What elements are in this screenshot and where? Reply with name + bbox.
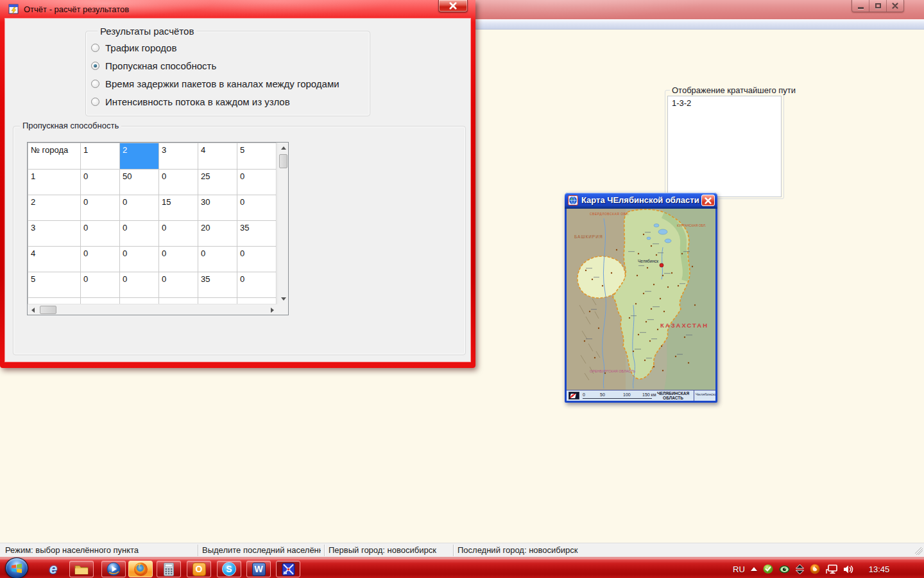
grid-cell[interactable]: 0 bbox=[81, 170, 120, 195]
network-display-tray-icon[interactable] bbox=[826, 565, 837, 574]
taskbar-map-application[interactable] bbox=[276, 561, 300, 577]
radio-icon bbox=[91, 80, 99, 88]
radio-capacity[interactable]: Пропускная способность bbox=[91, 59, 216, 72]
word-icon: W bbox=[254, 564, 262, 574]
taskbar-clock[interactable]: 13:45 bbox=[869, 565, 890, 574]
table-row: 2 0 0 15 30 0 bbox=[28, 195, 277, 221]
scroll-right-button[interactable] bbox=[267, 304, 278, 315]
grid-cell[interactable]: 0 bbox=[159, 170, 198, 195]
grid-cell[interactable]: 35 bbox=[237, 221, 277, 247]
grid-cell[interactable]: 0 bbox=[120, 195, 159, 221]
taskbar-outlook[interactable]: O bbox=[187, 561, 211, 577]
table-row: 5 0 0 0 35 0 bbox=[28, 272, 277, 298]
grid-cell[interactable]: 0 bbox=[237, 272, 277, 298]
vscroll-thumb[interactable] bbox=[279, 154, 287, 168]
radio-intensity[interactable]: Интенсивность потока в каждом из узлов bbox=[91, 95, 290, 108]
taskbar: e bbox=[0, 559, 924, 578]
close-button[interactable] bbox=[887, 0, 903, 12]
scale-tick: 100 bbox=[623, 392, 631, 397]
vertical-scrollbar[interactable] bbox=[277, 143, 288, 304]
grid-cell[interactable]: 2 bbox=[28, 195, 81, 221]
restore-icon bbox=[875, 3, 881, 8]
grid-header-cell[interactable]: 5 bbox=[237, 143, 277, 170]
grid-cell[interactable]: 1 bbox=[28, 170, 81, 195]
scroll-left-button[interactable] bbox=[28, 304, 38, 315]
shortest-path-listbox[interactable]: 1-3-2 bbox=[667, 96, 782, 197]
outlook-icon: O bbox=[196, 564, 203, 574]
volume-tray-icon[interactable] bbox=[843, 565, 854, 574]
grid-header-cell[interactable]: 1 bbox=[81, 143, 120, 170]
grid-cell[interactable]: 0 bbox=[237, 195, 277, 221]
scale-tick: 0 bbox=[583, 392, 585, 397]
hidden-icons-arrow-icon[interactable] bbox=[751, 567, 757, 571]
language-indicator[interactable]: RU bbox=[733, 565, 745, 574]
shortest-path-groupbox: Отображение кратчайшего пути 1-3-2 bbox=[665, 90, 784, 199]
grid-cell[interactable]: 15 bbox=[159, 195, 198, 221]
map-image[interactable]: Челябинск СВЕРДЛОВСКАЯ ОБЛ. КУРГАНСКАЯ О… bbox=[567, 209, 715, 390]
taskbar-calculator[interactable] bbox=[157, 561, 181, 577]
taskbar-word[interactable]: W bbox=[246, 561, 271, 577]
horizontal-scrollbar[interactable] bbox=[28, 304, 278, 315]
results-groupbox: Результаты расчётов Трафик городов Пропу… bbox=[85, 31, 370, 116]
grid-header-cell[interactable]: 4 bbox=[198, 143, 237, 170]
arrow-left-icon bbox=[31, 308, 35, 313]
antivirus-tray-icon[interactable] bbox=[763, 564, 773, 574]
map-close-button[interactable] bbox=[701, 195, 715, 206]
map-region-selector[interactable]: Челябинская область bbox=[694, 390, 715, 401]
grid-cell[interactable]: 0 bbox=[120, 272, 159, 298]
table-row-partial bbox=[28, 298, 277, 304]
map-label-kurgan: КУРГАНСКАЯ ОБЛ. bbox=[677, 223, 706, 227]
hscroll-thumb[interactable] bbox=[40, 306, 56, 314]
grid-cell[interactable]: 0 bbox=[81, 195, 120, 221]
scroll-up-button[interactable] bbox=[278, 143, 289, 153]
grid-header-cell[interactable]: 3 bbox=[159, 143, 198, 170]
taskbar-skype[interactable]: S bbox=[217, 561, 241, 577]
scroll-down-button[interactable] bbox=[278, 293, 289, 304]
report-close-button[interactable] bbox=[438, 0, 468, 12]
globe-icon bbox=[568, 195, 578, 206]
maximize-button[interactable] bbox=[869, 0, 887, 12]
grid-header-cell[interactable]: № города bbox=[28, 143, 81, 170]
grid-cell[interactable]: 0 bbox=[81, 272, 120, 298]
resize-grip[interactable] bbox=[915, 547, 923, 555]
status-first-city: Первый город: новосибирск bbox=[329, 545, 449, 555]
radio-delay[interactable]: Время задержки пакетов в каналах между г… bbox=[91, 77, 339, 90]
map-application-icon bbox=[282, 563, 295, 576]
grid-cell[interactable]: 0 bbox=[159, 221, 198, 247]
table-row: 4 0 0 0 0 0 bbox=[28, 247, 277, 272]
grid-cell[interactable]: 3 bbox=[28, 221, 81, 247]
list-item[interactable]: 1-3-2 bbox=[668, 96, 781, 108]
grid-cell[interactable]: 0 bbox=[237, 247, 277, 272]
grid-cell[interactable]: 0 bbox=[120, 247, 159, 272]
grid-cell[interactable]: 0 bbox=[159, 247, 198, 272]
taskbar-firefox[interactable] bbox=[128, 561, 153, 577]
radio-traffic[interactable]: Трафик городов bbox=[91, 41, 176, 54]
updown-arrows-tray-icon[interactable] bbox=[796, 565, 804, 574]
grid-cell[interactable]: 0 bbox=[159, 272, 198, 298]
minimize-button[interactable] bbox=[852, 0, 869, 12]
grid-cell[interactable]: 4 bbox=[28, 247, 81, 272]
grid-cell[interactable]: 5 bbox=[28, 272, 81, 298]
radio-icon bbox=[91, 44, 99, 52]
grid-cell[interactable]: 20 bbox=[198, 221, 237, 247]
taskbar-media-player[interactable] bbox=[101, 561, 126, 577]
grid-cell[interactable]: 0 bbox=[198, 247, 237, 272]
status-separator bbox=[453, 545, 454, 556]
grid-cell[interactable]: 0 bbox=[237, 170, 277, 195]
grid-cell[interactable]: 25 bbox=[198, 170, 237, 195]
orange-agent-tray-icon[interactable] bbox=[810, 564, 820, 574]
taskbar-internet-explorer[interactable]: e bbox=[41, 561, 65, 577]
report-dialog-client: Результаты расчётов Трафик городов Пропу… bbox=[5, 19, 470, 362]
grid-cell[interactable]: 50 bbox=[120, 170, 159, 195]
grid-cell[interactable]: 30 bbox=[198, 195, 237, 221]
taskbar-explorer[interactable] bbox=[69, 561, 94, 577]
grid-header-cell-selected[interactable]: 2 bbox=[120, 143, 159, 170]
report-dialog: Отчёт - расчёт результатов Результаты ра… bbox=[0, 0, 475, 368]
grid-cell[interactable]: 0 bbox=[81, 247, 120, 272]
grid-cell[interactable]: 0 bbox=[81, 221, 120, 247]
start-button[interactable] bbox=[5, 557, 28, 578]
eye-tray-icon[interactable] bbox=[779, 565, 790, 574]
map-window-titlebar[interactable]: Карта ЧЕлябинской области bbox=[565, 193, 717, 209]
grid-cell[interactable]: 0 bbox=[120, 221, 159, 247]
grid-cell[interactable]: 35 bbox=[198, 272, 237, 298]
